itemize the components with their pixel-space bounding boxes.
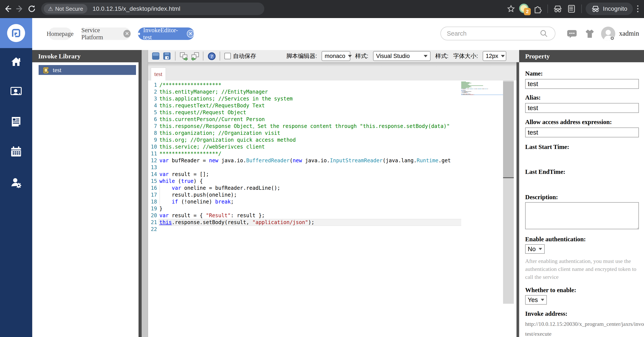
style-label: 样式:: [355, 52, 368, 60]
incognito-profile-chip[interactable]: Incognito: [586, 3, 633, 15]
home-icon[interactable]: [10, 56, 22, 68]
browser-menu-icon[interactable]: [634, 5, 641, 12]
chat-icon[interactable]: [567, 29, 577, 39]
export-icon[interactable]: [180, 52, 188, 60]
tab-service-platform[interactable]: Service Platform ✕: [81, 28, 131, 40]
script-editor-label: 脚本编辑器:: [286, 52, 317, 60]
code-line[interactable]: 14var result = [];: [148, 171, 461, 178]
meeting-person-icon[interactable]: [10, 86, 22, 98]
save-icon[interactable]: [163, 52, 171, 60]
address-bar[interactable]: ⚠ Not Secure 10.0.12.15/x_desktop/index.…: [41, 3, 264, 15]
code-line[interactable]: 10this.service; //webSerivces client: [148, 143, 461, 150]
description-field[interactable]: [525, 202, 639, 229]
autosave-label: 自动保存: [233, 52, 256, 60]
browser-toolbar: ⚠ Not Secure 10.0.12.15/x_desktop/index.…: [0, 0, 644, 18]
code-line[interactable]: 1/*******************: [148, 82, 461, 88]
allow-access-label: Allow access address expression:: [525, 119, 639, 126]
chevron-down-icon: [539, 248, 542, 250]
user-settings-icon[interactable]: [10, 177, 22, 189]
code-line[interactable]: 16 var oneline = bufReader.readLine();: [148, 185, 461, 191]
code-line[interactable]: 3this.applications; //Services in the sy…: [148, 95, 461, 102]
code-line[interactable]: 13: [148, 164, 461, 171]
avatar[interactable]: [601, 27, 615, 41]
panel-splitter[interactable]: [142, 50, 148, 337]
line-number: 17: [148, 191, 160, 198]
editor-scrollbar[interactable]: [503, 81, 514, 304]
invoke-library-panel: Invoke Library test: [32, 50, 142, 337]
minimap[interactable]: [461, 82, 503, 96]
tab-invoke-editor-test[interactable]: InvokeEditor-test ✕: [138, 28, 194, 40]
screen: ⚠ Not Secure 10.0.12.15/x_desktop/index.…: [0, 0, 644, 337]
editor-tab-test[interactable]: test: [151, 68, 166, 81]
code-text: var result = { "Result": result };: [160, 212, 265, 219]
gift-icon[interactable]: [585, 29, 595, 39]
code-line[interactable]: 11*******************/: [148, 150, 461, 157]
code-line[interactable]: 9this.org; //Organization quick access m…: [148, 137, 461, 143]
code-line[interactable]: 12var bufReader = new java.io.BufferedRe…: [148, 157, 461, 164]
code-line[interactable]: 2this.entityManager; //EntityManager: [148, 88, 461, 95]
library-scrollbar[interactable]: [138, 62, 142, 337]
forward-icon[interactable]: [14, 3, 26, 15]
extensions-puzzle-icon[interactable]: [532, 3, 544, 15]
news-document-icon[interactable]: [10, 116, 22, 128]
script-editor-panel: ? 自动保存 脚本编辑器: monaco 样式: Visual Studio 样…: [148, 50, 519, 337]
code-line[interactable]: 19}: [148, 205, 461, 212]
help-icon[interactable]: ?: [208, 52, 216, 60]
code-line[interactable]: 22: [148, 226, 461, 233]
code-text: var bufReader = new java.io.BufferedRead…: [160, 157, 451, 164]
warning-icon: ⚠: [48, 6, 53, 12]
code-text: if (!oneline) break;: [160, 198, 234, 205]
alias-field[interactable]: [525, 103, 639, 113]
font-size-select[interactable]: 12px: [483, 51, 506, 61]
code-text: this.requestText//RequestBody Text: [160, 102, 265, 109]
autosave-checkbox[interactable]: [224, 53, 231, 59]
name-field[interactable]: [525, 79, 639, 89]
reading-list-icon[interactable]: [566, 3, 578, 15]
code-line[interactable]: 17 result.push(oneline);: [148, 191, 461, 198]
library-item-test[interactable]: test: [38, 65, 136, 75]
not-secure-chip[interactable]: ⚠ Not Secure: [44, 4, 87, 14]
close-icon[interactable]: ✕: [123, 30, 131, 38]
app-topbar: Homepage Service Platform ✕ InvokeEditor…: [32, 18, 644, 50]
code-line[interactable]: 7this.response//Response Object。Set the …: [148, 123, 461, 130]
unsaved-dot: [138, 33, 140, 35]
indent-guide: [160, 185, 160, 205]
new-script-icon[interactable]: [152, 52, 160, 60]
code-line[interactable]: 18 if (!oneline) break;: [148, 198, 461, 205]
close-icon[interactable]: ✕: [187, 30, 194, 38]
whether-enable-select[interactable]: Yes: [525, 295, 547, 304]
search-input[interactable]: [446, 30, 540, 37]
import-icon[interactable]: [191, 52, 199, 60]
line-number: 9: [148, 137, 160, 143]
code-line[interactable]: 20var result = { "Result": result };: [148, 212, 461, 219]
editor-scrollbar-thumb[interactable]: [503, 82, 514, 178]
app-logo-block[interactable]: [0, 18, 32, 48]
code-line[interactable]: 4this.requestText//RequestBody Text: [148, 102, 461, 109]
reload-icon[interactable]: [26, 3, 38, 15]
incognito-spy-icon[interactable]: [552, 3, 564, 15]
theme-select[interactable]: Visual Studio: [373, 51, 430, 61]
invoke-address-line2: test/execute: [525, 331, 639, 337]
code-editor[interactable]: 1/*******************2this.entityManager…: [148, 82, 461, 233]
search-box[interactable]: [440, 27, 556, 40]
bookmark-star-icon[interactable]: [505, 3, 517, 15]
extension-badge-icon[interactable]: 2: [519, 3, 530, 14]
line-number: 20: [148, 212, 160, 219]
script-editor-select[interactable]: monaco: [322, 51, 350, 61]
back-icon[interactable]: [2, 3, 14, 15]
code-line[interactable]: 6this.currentPerson//Current Person: [148, 116, 461, 123]
code-line[interactable]: 8this.organization; //Organization visit: [148, 130, 461, 137]
enable-auth-select[interactable]: No: [525, 244, 545, 254]
font-size-label: 字体大小:: [453, 52, 478, 60]
url-text[interactable]: 10.0.12.15/x_desktop/index.html: [92, 5, 180, 12]
property-scrollbar[interactable]: [516, 62, 519, 337]
code-line[interactable]: 5this.request//Request Object: [148, 109, 461, 116]
tab-label: InvokeEditor-test: [143, 27, 184, 41]
code-line[interactable]: 15while (true) {: [148, 178, 461, 185]
search-icon: [540, 29, 548, 38]
tab-homepage[interactable]: Homepage: [48, 28, 72, 40]
allow-access-field[interactable]: [525, 128, 639, 137]
username-label[interactable]: xadmin: [619, 30, 639, 37]
calendar-icon[interactable]: [10, 146, 22, 158]
code-line[interactable]: 21this.response.setBody(result, "applica…: [148, 219, 461, 226]
